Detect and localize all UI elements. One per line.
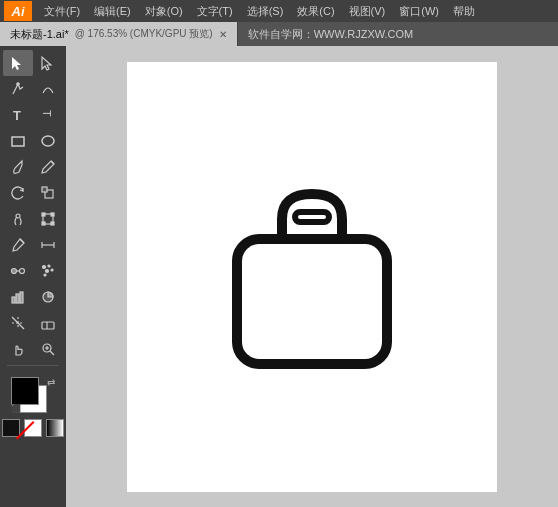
svg-rect-42 [295, 212, 329, 222]
menu-window[interactable]: 窗口(W) [393, 2, 445, 21]
svg-text:T: T [13, 108, 21, 123]
svg-rect-28 [12, 297, 15, 303]
menu-help[interactable]: 帮助 [447, 2, 481, 21]
artboard [127, 62, 497, 492]
none-swatch[interactable] [24, 419, 42, 437]
svg-line-7 [51, 161, 54, 164]
svg-point-23 [43, 266, 46, 269]
svg-point-27 [44, 274, 46, 276]
svg-marker-1 [42, 57, 51, 70]
canvas-area [66, 46, 558, 507]
tab1-name: 未标题-1.ai* [10, 27, 69, 42]
svg-rect-15 [51, 222, 54, 225]
vertical-type-tool[interactable]: T [33, 102, 63, 128]
foreground-color-swatch[interactable] [11, 377, 39, 405]
svg-rect-13 [51, 213, 54, 216]
zoom-tool[interactable] [33, 336, 63, 362]
slice-tool[interactable] [3, 310, 33, 336]
rotate-tool[interactable] [3, 180, 33, 206]
svg-rect-5 [12, 137, 24, 146]
direct-select-tool[interactable] [33, 50, 63, 76]
tool-row-5 [0, 154, 66, 180]
warp-tool[interactable] [3, 206, 33, 232]
tool-row-10 [0, 284, 66, 310]
svg-marker-0 [12, 57, 21, 70]
free-transform-tool[interactable] [33, 206, 63, 232]
eraser-tool[interactable] [33, 310, 63, 336]
svg-line-38 [50, 351, 54, 355]
menu-effect[interactable]: 效果(C) [291, 2, 340, 21]
color-swatches[interactable]: ⇄ ⬛ [11, 377, 55, 415]
extra-swatches [2, 419, 64, 437]
tool-row-1 [0, 50, 66, 76]
paintbrush-tool[interactable] [3, 154, 33, 180]
tab1-detail: @ 176.53% (CMYK/GPU 预览) [75, 27, 213, 41]
pen-tool[interactable] [3, 76, 33, 102]
svg-rect-30 [20, 292, 23, 303]
svg-rect-12 [42, 213, 45, 216]
selection-tool[interactable] [3, 50, 33, 76]
tab-document1[interactable]: 未标题-1.ai* @ 176.53% (CMYK/GPU 预览) ✕ [0, 22, 238, 46]
svg-rect-9 [42, 187, 47, 192]
tab-website[interactable]: 软件自学网：WWW.RJZXW.COM [238, 22, 424, 46]
svg-text:T: T [41, 110, 53, 117]
svg-point-10 [16, 214, 20, 218]
svg-point-26 [51, 269, 53, 271]
svg-point-21 [20, 269, 25, 274]
menu-view[interactable]: 视图(V) [343, 2, 392, 21]
tab1-close[interactable]: ✕ [219, 29, 227, 40]
svg-line-16 [20, 239, 24, 243]
main-area: T T [0, 46, 558, 507]
bar-chart-tool[interactable] [3, 284, 33, 310]
tab2-label: 软件自学网：WWW.RJZXW.COM [248, 27, 414, 42]
blend-tool[interactable] [3, 258, 33, 284]
symbol-spray-tool[interactable] [33, 258, 63, 284]
toolbar: T T [0, 46, 66, 507]
ellipse-tool[interactable] [33, 128, 63, 154]
toolbar-separator [7, 365, 59, 366]
svg-rect-35 [42, 322, 54, 329]
scale-tool[interactable] [33, 180, 63, 206]
tool-row-7 [0, 206, 66, 232]
tool-row-6 [0, 180, 66, 206]
tool-row-2 [0, 76, 66, 102]
reset-colors-icon[interactable]: ⬛ [11, 404, 53, 413]
pie-chart-tool[interactable] [33, 284, 63, 310]
menu-select[interactable]: 选择(S) [241, 2, 290, 21]
svg-rect-29 [16, 294, 19, 303]
type-tool[interactable]: T [3, 102, 33, 128]
stroke-color-swatch[interactable] [2, 419, 20, 437]
artwork-container [227, 184, 397, 369]
curvature-tool[interactable] [33, 76, 63, 102]
eyedropper-tool[interactable] [3, 232, 33, 258]
menu-bar: Ai 文件(F) 编辑(E) 对象(O) 文字(T) 选择(S) 效果(C) 视… [0, 0, 558, 22]
svg-point-2 [17, 83, 19, 85]
rectangle-tool[interactable] [3, 128, 33, 154]
svg-rect-41 [237, 239, 387, 364]
menu-file[interactable]: 文件(F) [38, 2, 86, 21]
svg-point-25 [46, 270, 49, 273]
hand-tool[interactable] [3, 336, 33, 362]
measure-tool[interactable] [33, 232, 63, 258]
menu-object[interactable]: 对象(O) [139, 2, 189, 21]
tool-row-11 [0, 310, 66, 336]
menu-edit[interactable]: 编辑(E) [88, 2, 137, 21]
tool-row-8 [0, 232, 66, 258]
svg-point-20 [12, 269, 17, 274]
pencil-tool[interactable] [33, 154, 63, 180]
tab-bar: 未标题-1.ai* @ 176.53% (CMYK/GPU 预览) ✕ 软件自学… [0, 22, 558, 46]
tool-row-4 [0, 128, 66, 154]
color-area: ⇄ ⬛ [0, 373, 66, 441]
menu-text[interactable]: 文字(T) [191, 2, 239, 21]
tool-row-3: T T [0, 102, 66, 128]
svg-point-6 [42, 136, 54, 146]
tool-row-12 [0, 336, 66, 362]
shopping-bag-artwork [227, 184, 397, 369]
svg-rect-14 [42, 222, 45, 225]
gradient-swatch[interactable] [46, 419, 64, 437]
svg-point-24 [48, 265, 50, 267]
app-logo: Ai [4, 1, 32, 21]
tool-row-9 [0, 258, 66, 284]
swap-colors-icon[interactable]: ⇄ [47, 377, 55, 388]
